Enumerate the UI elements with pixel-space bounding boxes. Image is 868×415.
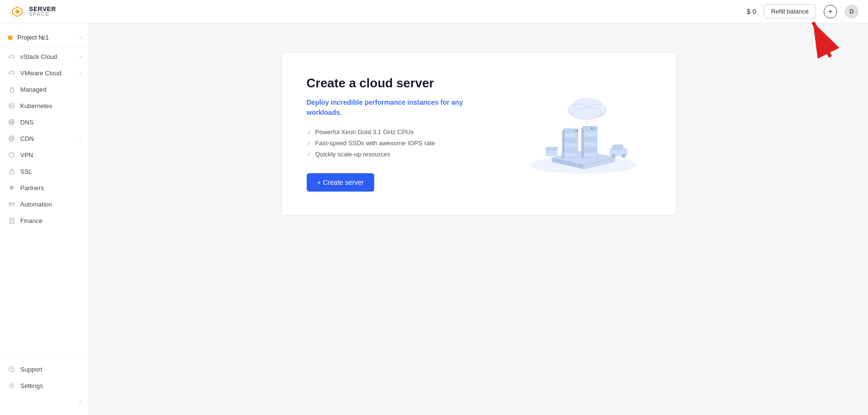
- card-title: Create a cloud server: [307, 76, 497, 91]
- project-arrow-icon: ›: [80, 35, 81, 40]
- sidebar-item-managed[interactable]: Managed: [0, 81, 89, 97]
- feature-label-1: Powerful Xeon Gold 3.1 GHz CPUs: [315, 128, 414, 136]
- refill-balance-button[interactable]: Refill balance: [764, 4, 816, 18]
- kubernetes-label: Kubernetes: [20, 102, 53, 110]
- project-dot: [8, 35, 13, 40]
- svg-rect-34: [564, 134, 578, 138]
- sidebar-item-settings[interactable]: Settings: [0, 377, 89, 394]
- svg-point-26: [12, 371, 12, 371]
- project-label: Project №1: [17, 34, 49, 41]
- card-subtitle: Deploy incredible performance instances …: [307, 97, 497, 118]
- sidebar-item-kubernetes[interactable]: Kubernetes: [0, 97, 89, 114]
- automation-label: Automation: [20, 201, 52, 208]
- cloud-server-illustration: [516, 81, 651, 187]
- vpn-label: VPN: [20, 152, 33, 159]
- feature-item-3: ✓ Quickly scale-up resources: [307, 151, 497, 158]
- vstack-cloud-icon: [8, 53, 15, 60]
- svg-rect-39: [583, 126, 597, 157]
- logo-space-text: SPACE: [29, 12, 56, 17]
- ssl-label: SSL: [20, 168, 32, 175]
- card-left: Create a cloud server Deploy incredible …: [307, 76, 497, 192]
- svg-point-58: [622, 154, 625, 158]
- kubernetes-icon: [8, 102, 15, 110]
- svg-marker-46: [562, 129, 564, 159]
- svg-rect-38: [564, 153, 578, 157]
- user-avatar[interactable]: D: [845, 5, 858, 18]
- svg-point-7: [11, 105, 13, 107]
- support-icon: [8, 365, 15, 373]
- svg-point-63: [593, 127, 595, 129]
- check-icon-3: ✓: [307, 151, 312, 158]
- logo-icon: [10, 4, 25, 19]
- main-layout: Project №1 › vStack Cloud ‹: [0, 23, 868, 415]
- sidebar-section-main: Project №1 › vStack Cloud ‹: [0, 29, 89, 357]
- support-label: Support: [20, 366, 42, 373]
- sidebar-item-finance[interactable]: Finance: [0, 212, 89, 229]
- svg-point-61: [574, 130, 576, 132]
- sidebar-collapse-button[interactable]: ‹: [0, 394, 89, 409]
- sidebar-item-vpn[interactable]: VPN: [0, 147, 89, 163]
- sidebar-item-ssl[interactable]: SSL: [0, 163, 89, 180]
- finance-label: Finance: [20, 217, 42, 224]
- cloud-server-card: Create a cloud server Deploy incredible …: [281, 52, 677, 215]
- vpn-icon: [8, 151, 15, 159]
- svg-point-51: [573, 108, 602, 119]
- managed-icon: [8, 85, 15, 93]
- managed-label: Managed: [20, 86, 46, 93]
- svg-rect-35: [564, 138, 578, 142]
- svg-point-27: [11, 385, 13, 387]
- svg-point-6: [9, 103, 14, 109]
- svg-marker-47: [582, 126, 583, 158]
- svg-rect-41: [583, 132, 597, 136]
- check-icon-2: ✓: [307, 140, 312, 147]
- logo-area: SERVER SPACE: [10, 4, 56, 19]
- svg-rect-59: [546, 152, 557, 156]
- sidebar-item-automation[interactable]: Automation: [0, 196, 89, 212]
- sidebar-item-dns[interactable]: DNS: [0, 114, 89, 130]
- settings-icon: [8, 382, 15, 389]
- features-list: ✓ Powerful Xeon Gold 3.1 GHz CPUs ✓ Fast…: [307, 128, 497, 158]
- svg-rect-43: [583, 142, 597, 147]
- feature-item-2: ✓ Fast-speed SSDs with awesome IOPS rate: [307, 139, 497, 147]
- create-server-button[interactable]: + Create server: [307, 173, 375, 192]
- top-header: SERVER SPACE $ 0 Refill balance + D: [0, 0, 868, 23]
- vmware-icon: [8, 69, 15, 77]
- svg-point-62: [576, 130, 578, 132]
- svg-rect-14: [10, 171, 14, 174]
- svg-rect-45: [583, 153, 597, 157]
- partners-icon: [8, 184, 15, 192]
- check-icon-1: ✓: [307, 129, 312, 136]
- automation-icon: [8, 200, 15, 208]
- vmware-arrow-icon: ‹: [80, 70, 81, 76]
- sidebar-item-vstack-cloud[interactable]: vStack Cloud ‹: [0, 48, 89, 65]
- dns-icon: [8, 118, 15, 126]
- sidebar-item-support[interactable]: Support: [0, 361, 89, 377]
- settings-label: Settings: [20, 382, 43, 389]
- svg-rect-36: [564, 143, 578, 147]
- sidebar-item-vmware-cloud[interactable]: VMware Cloud ‹: [0, 65, 89, 81]
- svg-point-4: [15, 10, 19, 14]
- add-button[interactable]: +: [824, 5, 837, 18]
- sidebar-item-project[interactable]: Project №1 ›: [0, 29, 89, 46]
- cdn-arrow-icon: ‹: [80, 136, 81, 141]
- svg-rect-56: [612, 145, 623, 150]
- sidebar: Project №1 › vStack Cloud ‹: [0, 23, 89, 415]
- card-subtitle-text: Deploy incredible performance instances …: [307, 98, 449, 106]
- sidebar-item-cdn[interactable]: CDN ‹: [0, 130, 89, 147]
- feature-label-3: Quickly scale-up resources: [315, 151, 391, 158]
- vstack-arrow-icon: ‹: [80, 54, 81, 59]
- cdn-icon: [8, 135, 15, 142]
- svg-rect-32: [564, 129, 578, 157]
- content-area: Create a cloud server Deploy incredible …: [89, 23, 868, 415]
- svg-rect-60: [546, 147, 557, 151]
- feature-item-1: ✓ Powerful Xeon Gold 3.1 GHz CPUs: [307, 128, 497, 136]
- finance-icon: [8, 217, 15, 224]
- cdn-label: CDN: [20, 135, 34, 142]
- svg-rect-37: [564, 148, 578, 152]
- sidebar-item-partners[interactable]: Partners: [0, 180, 89, 196]
- dns-label: DNS: [20, 119, 33, 126]
- logo-text: SERVER SPACE: [29, 6, 56, 17]
- balance-display: $ 0: [746, 8, 756, 15]
- vstack-cloud-label: vStack Cloud: [20, 53, 57, 60]
- sidebar-bottom: Support Settings ‹: [0, 357, 89, 409]
